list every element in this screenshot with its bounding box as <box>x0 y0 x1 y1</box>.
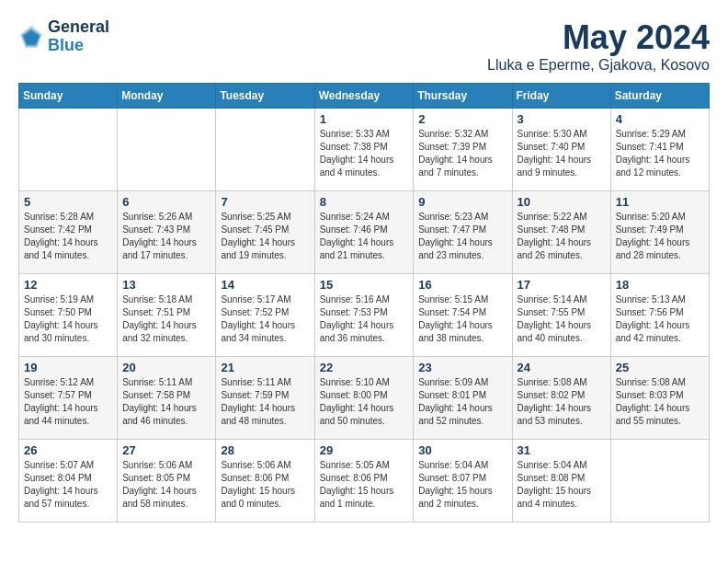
day-info: Sunrise: 5:08 AMSunset: 8:02 PMDaylight:… <box>518 376 606 428</box>
day-number: 5 <box>24 195 112 209</box>
day-number: 18 <box>616 278 704 292</box>
logo-line1: General <box>48 18 109 37</box>
day-number: 9 <box>418 195 506 209</box>
table-row: 19Sunrise: 5:12 AMSunset: 7:57 PMDayligh… <box>19 357 118 440</box>
logo-line2: Blue <box>48 37 109 55</box>
day-number: 25 <box>616 361 704 374</box>
day-info: Sunrise: 5:32 AMSunset: 7:39 PMDaylight:… <box>418 128 506 179</box>
day-info: Sunrise: 5:11 AMSunset: 7:58 PMDaylight:… <box>122 376 210 428</box>
day-info: Sunrise: 5:09 AMSunset: 8:01 PMDaylight:… <box>418 376 506 428</box>
calendar-header-row: Sunday Monday Tuesday Wednesday Thursday… <box>19 84 710 109</box>
table-row: 2Sunrise: 5:32 AMSunset: 7:39 PMDaylight… <box>414 109 512 191</box>
day-info: Sunrise: 5:28 AMSunset: 7:42 PMDaylight:… <box>24 211 112 262</box>
day-number: 11 <box>616 195 704 209</box>
table-row: 27Sunrise: 5:06 AMSunset: 8:05 PMDayligh… <box>118 440 216 523</box>
day-info: Sunrise: 5:24 AMSunset: 7:46 PMDaylight:… <box>320 211 409 262</box>
logo-text: General Blue <box>48 18 109 55</box>
day-info: Sunrise: 5:20 AMSunset: 7:49 PMDaylight:… <box>616 211 704 262</box>
day-number: 30 <box>418 443 506 457</box>
day-info: Sunrise: 5:04 AMSunset: 8:08 PMDaylight:… <box>518 459 606 511</box>
table-row: 11Sunrise: 5:20 AMSunset: 7:49 PMDayligh… <box>610 191 709 274</box>
table-row: 12Sunrise: 5:19 AMSunset: 7:50 PMDayligh… <box>19 274 118 357</box>
header-saturday: Saturday <box>610 84 709 109</box>
day-info: Sunrise: 5:11 AMSunset: 7:59 PMDaylight:… <box>221 376 309 428</box>
day-number: 22 <box>320 361 409 374</box>
day-info: Sunrise: 5:05 AMSunset: 8:06 PMDaylight:… <box>320 459 409 511</box>
day-info: Sunrise: 5:23 AMSunset: 7:47 PMDaylight:… <box>418 211 506 262</box>
table-row: 18Sunrise: 5:13 AMSunset: 7:56 PMDayligh… <box>610 274 709 357</box>
day-info: Sunrise: 5:06 AMSunset: 8:05 PMDaylight:… <box>122 459 210 511</box>
table-row: 3Sunrise: 5:30 AMSunset: 7:40 PMDaylight… <box>512 109 610 191</box>
day-number: 31 <box>518 443 606 457</box>
table-row: 6Sunrise: 5:26 AMSunset: 7:43 PMDaylight… <box>118 191 216 274</box>
day-number: 3 <box>518 112 606 126</box>
day-info: Sunrise: 5:33 AMSunset: 7:38 PMDaylight:… <box>320 128 409 179</box>
table-row: 25Sunrise: 5:08 AMSunset: 8:03 PMDayligh… <box>610 357 709 440</box>
header-monday: Monday <box>118 84 216 109</box>
header-thursday: Thursday <box>414 84 512 109</box>
table-row: 9Sunrise: 5:23 AMSunset: 7:47 PMDaylight… <box>414 191 512 274</box>
day-number: 16 <box>418 278 506 292</box>
table-row: 24Sunrise: 5:08 AMSunset: 8:02 PMDayligh… <box>512 357 610 440</box>
day-number: 10 <box>518 195 606 209</box>
day-info: Sunrise: 5:25 AMSunset: 7:45 PMDaylight:… <box>221 211 309 262</box>
header-friday: Friday <box>512 84 610 109</box>
table-row: 10Sunrise: 5:22 AMSunset: 7:48 PMDayligh… <box>512 191 610 274</box>
table-row: 13Sunrise: 5:18 AMSunset: 7:51 PMDayligh… <box>118 274 216 357</box>
location-title: Lluka e Eperme, Gjakova, Kosovo <box>487 57 710 74</box>
table-row <box>118 109 216 191</box>
day-info: Sunrise: 5:07 AMSunset: 8:04 PMDaylight:… <box>24 459 112 511</box>
page-header: General Blue May 2024 Lluka e Eperme, Gj… <box>18 18 710 74</box>
day-number: 1 <box>320 112 409 126</box>
day-info: Sunrise: 5:10 AMSunset: 8:00 PMDaylight:… <box>320 376 409 428</box>
table-row: 23Sunrise: 5:09 AMSunset: 8:01 PMDayligh… <box>414 357 512 440</box>
day-number: 26 <box>24 443 112 457</box>
calendar-week-row: 19Sunrise: 5:12 AMSunset: 7:57 PMDayligh… <box>19 357 710 440</box>
table-row: 17Sunrise: 5:14 AMSunset: 7:55 PMDayligh… <box>512 274 610 357</box>
day-info: Sunrise: 5:22 AMSunset: 7:48 PMDaylight:… <box>518 211 606 262</box>
day-info: Sunrise: 5:29 AMSunset: 7:41 PMDaylight:… <box>616 128 704 179</box>
table-row <box>610 440 709 523</box>
table-row <box>19 109 118 191</box>
title-block: May 2024 Lluka e Eperme, Gjakova, Kosovo <box>487 18 710 74</box>
table-row: 31Sunrise: 5:04 AMSunset: 8:08 PMDayligh… <box>512 440 610 523</box>
day-number: 24 <box>518 361 606 374</box>
day-number: 19 <box>24 361 112 374</box>
day-number: 28 <box>221 443 309 457</box>
header-tuesday: Tuesday <box>216 84 314 109</box>
table-row: 26Sunrise: 5:07 AMSunset: 8:04 PMDayligh… <box>19 440 118 523</box>
day-info: Sunrise: 5:14 AMSunset: 7:55 PMDaylight:… <box>518 293 606 345</box>
table-row: 28Sunrise: 5:06 AMSunset: 8:06 PMDayligh… <box>216 440 314 523</box>
month-title: May 2024 <box>487 18 710 57</box>
table-row: 21Sunrise: 5:11 AMSunset: 7:59 PMDayligh… <box>216 357 314 440</box>
logo: General Blue <box>18 18 109 55</box>
calendar-week-row: 1Sunrise: 5:33 AMSunset: 7:38 PMDaylight… <box>19 109 710 191</box>
table-row <box>216 109 314 191</box>
day-info: Sunrise: 5:13 AMSunset: 7:56 PMDaylight:… <box>616 293 704 345</box>
table-row: 14Sunrise: 5:17 AMSunset: 7:52 PMDayligh… <box>216 274 314 357</box>
calendar-week-row: 12Sunrise: 5:19 AMSunset: 7:50 PMDayligh… <box>19 274 710 357</box>
day-info: Sunrise: 5:30 AMSunset: 7:40 PMDaylight:… <box>518 128 606 179</box>
table-row: 30Sunrise: 5:04 AMSunset: 8:07 PMDayligh… <box>414 440 512 523</box>
day-number: 27 <box>122 443 210 457</box>
day-info: Sunrise: 5:04 AMSunset: 8:07 PMDaylight:… <box>418 459 506 511</box>
table-row: 16Sunrise: 5:15 AMSunset: 7:54 PMDayligh… <box>414 274 512 357</box>
day-number: 6 <box>122 195 210 209</box>
table-row: 1Sunrise: 5:33 AMSunset: 7:38 PMDaylight… <box>314 109 414 191</box>
day-number: 20 <box>122 361 210 374</box>
day-number: 29 <box>320 443 409 457</box>
table-row: 4Sunrise: 5:29 AMSunset: 7:41 PMDaylight… <box>610 109 709 191</box>
day-number: 8 <box>320 195 409 209</box>
day-info: Sunrise: 5:18 AMSunset: 7:51 PMDaylight:… <box>122 293 210 345</box>
table-row: 29Sunrise: 5:05 AMSunset: 8:06 PMDayligh… <box>314 440 414 523</box>
day-info: Sunrise: 5:26 AMSunset: 7:43 PMDaylight:… <box>122 211 210 262</box>
day-info: Sunrise: 5:15 AMSunset: 7:54 PMDaylight:… <box>418 293 506 345</box>
day-info: Sunrise: 5:06 AMSunset: 8:06 PMDaylight:… <box>221 459 309 511</box>
day-info: Sunrise: 5:16 AMSunset: 7:53 PMDaylight:… <box>320 293 409 345</box>
day-info: Sunrise: 5:08 AMSunset: 8:03 PMDaylight:… <box>616 376 704 428</box>
header-wednesday: Wednesday <box>314 84 414 109</box>
header-sunday: Sunday <box>19 84 118 109</box>
table-row: 7Sunrise: 5:25 AMSunset: 7:45 PMDaylight… <box>216 191 314 274</box>
day-number: 14 <box>221 278 309 292</box>
day-number: 21 <box>221 361 309 374</box>
